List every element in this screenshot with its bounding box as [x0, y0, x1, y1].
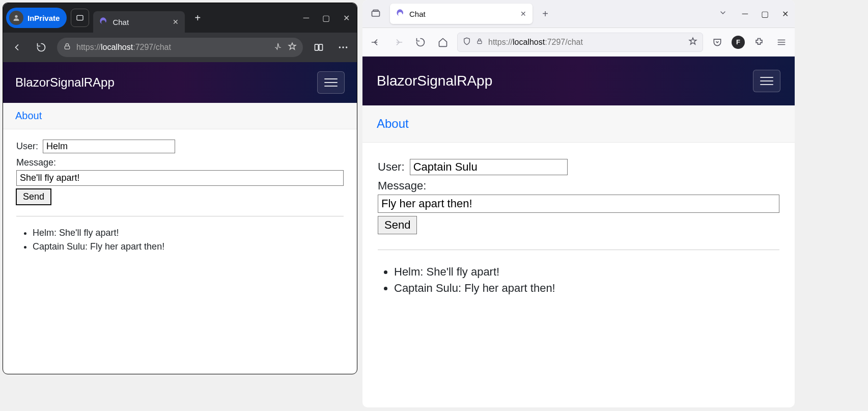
divider: [16, 216, 344, 216]
send-button[interactable]: Send: [16, 189, 51, 205]
back-button[interactable]: [368, 34, 384, 50]
browser-tab-title: Chat: [409, 10, 515, 18]
user-row: User:: [16, 140, 344, 153]
firefox-window: Chat ✕ + ─ ▢ ✕: [362, 0, 795, 407]
page-body: User: Message: Send Helm: She'll fly apa…: [362, 143, 795, 314]
message-list: Helm: She'll fly apart!Captain Sulu: Fly…: [16, 228, 344, 252]
app-header: BlazorSignalRApp: [3, 62, 357, 103]
svg-point-7: [346, 46, 347, 48]
read-aloud-icon[interactable]: [273, 42, 283, 53]
firefox-titlebar: Chat ✕ + ─ ▢ ✕: [362, 0, 795, 28]
message-label: Message:: [16, 157, 344, 168]
app-title: BlazorSignalRApp: [15, 75, 115, 90]
message-list: Helm: She'll fly apart!Captain Sulu: Fly…: [378, 265, 779, 295]
hamburger-menu-button[interactable]: [753, 70, 780, 92]
close-window-icon[interactable]: ✕: [782, 9, 789, 19]
browser-tab-title: Chat: [113, 18, 167, 26]
svg-rect-4: [319, 44, 323, 50]
url-text: https://localhost:7297/chat: [488, 38, 583, 47]
forward-button: [390, 34, 406, 50]
list-item: Captain Sulu: Fly her apart then!: [33, 241, 344, 252]
lock-icon[interactable]: [476, 37, 483, 47]
url-text: https://localhost:7297/chat: [76, 43, 171, 52]
minimize-icon[interactable]: ─: [742, 9, 748, 19]
menu-button[interactable]: [773, 34, 790, 50]
url-path: :7297/chat: [545, 38, 583, 46]
user-label: User:: [378, 160, 405, 174]
url-host: localhost: [513, 38, 545, 46]
profile-inprivate-pill[interactable]: InPrivate: [6, 8, 67, 28]
new-tab-button[interactable]: +: [538, 8, 553, 20]
svg-rect-3: [315, 44, 319, 50]
extensions-icon[interactable]: [751, 34, 767, 50]
url-scheme: https://: [488, 38, 513, 46]
window-controls: ─ ▢ ✕: [303, 13, 354, 23]
user-label: User:: [16, 141, 38, 152]
edge-window: InPrivate Chat ✕ + ─ ▢ ✕: [3, 3, 357, 374]
edge-titlebar: InPrivate Chat ✕ + ─ ▢ ✕: [3, 3, 357, 33]
svg-point-5: [339, 46, 341, 48]
close-tab-icon[interactable]: ✕: [173, 18, 179, 26]
list-item: Captain Sulu: Fly her apart then!: [394, 282, 779, 295]
new-tab-button[interactable]: +: [189, 12, 206, 24]
refresh-button[interactable]: [33, 39, 50, 56]
user-input[interactable]: [43, 140, 175, 153]
hamburger-menu-button[interactable]: [317, 71, 345, 94]
maximize-icon[interactable]: ▢: [761, 9, 769, 19]
firefox-toolbar: https://localhost:7297/chat F: [362, 28, 795, 57]
about-bar: About: [362, 105, 795, 143]
message-input[interactable]: [16, 170, 344, 186]
address-bar[interactable]: https://localhost:7297/chat: [457, 33, 703, 52]
app-title: BlazorSignalRApp: [377, 73, 492, 89]
about-link[interactable]: About: [377, 117, 409, 130]
list-item: Helm: She'll fly apart!: [394, 265, 779, 279]
shield-icon[interactable]: [463, 37, 471, 48]
close-window-icon[interactable]: ✕: [343, 13, 350, 23]
edge-toolbar: https://localhost:7297/chat: [3, 33, 357, 62]
svg-rect-9: [373, 10, 378, 12]
menu-button[interactable]: [334, 39, 352, 56]
svg-point-6: [342, 46, 344, 48]
browser-tab[interactable]: Chat ✕: [390, 4, 533, 24]
blazor-favicon-icon: [99, 17, 107, 27]
tab-overview-button[interactable]: [71, 9, 89, 27]
user-row: User:: [378, 159, 779, 175]
user-input[interactable]: [410, 159, 568, 175]
message-input[interactable]: [378, 195, 779, 213]
svg-rect-1: [77, 15, 83, 20]
svg-rect-10: [478, 41, 482, 43]
divider: [378, 250, 779, 250]
back-button[interactable]: [8, 39, 25, 56]
url-scheme: https://: [76, 43, 101, 51]
svg-point-0: [15, 15, 17, 18]
close-tab-icon[interactable]: ✕: [520, 10, 526, 18]
firefox-view-button[interactable]: [367, 5, 385, 23]
minimize-icon[interactable]: ─: [303, 13, 309, 23]
refresh-button[interactable]: [412, 34, 429, 50]
svg-rect-8: [372, 11, 380, 16]
page-body: User: Message: Send Helm: She'll fly apa…: [3, 129, 357, 265]
bookmark-icon[interactable]: [688, 37, 697, 48]
url-path: :7297/chat: [133, 43, 171, 51]
about-bar: About: [3, 103, 357, 129]
about-link[interactable]: About: [15, 110, 42, 121]
profile-inprivate-label: InPrivate: [27, 14, 60, 22]
home-button[interactable]: [435, 34, 451, 50]
tab-list-button[interactable]: [719, 9, 727, 19]
favorite-icon[interactable]: [288, 42, 297, 53]
profile-avatar-icon: [9, 11, 23, 25]
app-header: BlazorSignalRApp: [362, 57, 795, 105]
pocket-icon[interactable]: [709, 34, 725, 50]
split-screen-icon[interactable]: [310, 39, 327, 56]
send-button[interactable]: Send: [378, 216, 417, 234]
maximize-icon[interactable]: ▢: [322, 13, 330, 23]
list-item: Helm: She'll fly apart!: [33, 228, 344, 238]
address-bar[interactable]: https://localhost:7297/chat: [57, 38, 303, 57]
browser-tab[interactable]: Chat ✕: [93, 11, 185, 33]
account-button[interactable]: F: [732, 36, 745, 49]
lock-icon: [63, 42, 71, 52]
svg-rect-2: [65, 46, 69, 49]
message-label: Message:: [378, 179, 779, 193]
url-host: localhost: [101, 43, 133, 51]
window-controls: ─ ▢ ✕: [742, 9, 791, 19]
